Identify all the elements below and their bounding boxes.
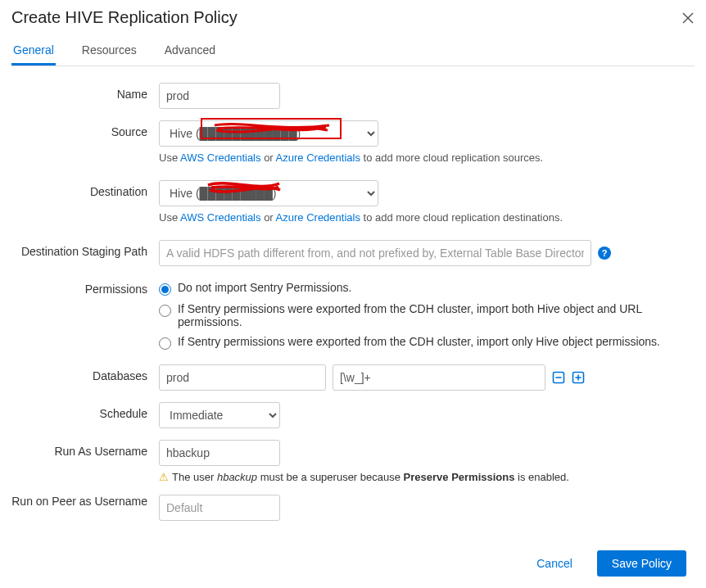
staging-path-input[interactable]	[159, 240, 591, 266]
label-source: Source	[11, 120, 159, 138]
row-schedule: Schedule Immediate	[11, 402, 695, 428]
label-databases: Databases	[11, 364, 159, 382]
permission-option-1[interactable]: If Sentry permissions were exported from…	[159, 299, 695, 332]
tab-advanced[interactable]: Advanced	[163, 37, 217, 66]
database-name-input[interactable]	[159, 364, 326, 391]
radio-no-import[interactable]	[159, 283, 171, 296]
close-icon[interactable]	[681, 11, 695, 25]
tab-general[interactable]: General	[11, 37, 56, 66]
run-as-input[interactable]	[159, 440, 280, 466]
label-run-on-peer: Run on Peer as Username	[11, 495, 159, 508]
schedule-select[interactable]: Immediate	[159, 402, 280, 428]
permission-option-0[interactable]: Do not import Sentry Permissions.	[159, 278, 695, 299]
run-as-warning: ⚠ The user hbackup must be a superuser b…	[159, 471, 695, 483]
radio-import-hive-only[interactable]	[159, 337, 171, 350]
add-database-icon[interactable]	[572, 371, 585, 384]
label-run-as: Run As Username	[11, 440, 159, 458]
label-permissions: Permissions	[11, 278, 159, 296]
link-azure-credentials[interactable]: Azure Credentials	[276, 211, 360, 224]
permission-option-2[interactable]: If Sentry permissions were exported from…	[159, 332, 695, 353]
remove-database-icon[interactable]	[552, 371, 565, 384]
row-staging-path: Destination Staging Path ?	[11, 240, 695, 266]
destination-hint: Use AWS Credentials or Azure Credentials…	[159, 211, 695, 224]
link-aws-credentials[interactable]: AWS Credentials	[180, 211, 261, 224]
dialog-title: Create HIVE Replication Policy	[11, 8, 238, 27]
row-destination: Destination Hive (█████████) Use AWS Cre…	[11, 180, 695, 224]
row-run-as: Run As Username ⚠ The user hbackup must …	[11, 440, 695, 483]
cancel-button[interactable]: Cancel	[522, 550, 587, 577]
radio-import-both[interactable]	[159, 305, 171, 317]
label-destination: Destination	[11, 180, 159, 198]
label-staging-path: Destination Staging Path	[11, 240, 159, 258]
source-select[interactable]: Hive (████████████)	[159, 120, 378, 147]
destination-select[interactable]: Hive (█████████)	[159, 180, 378, 206]
help-icon[interactable]: ?	[598, 247, 611, 260]
run-on-peer-input[interactable]	[159, 495, 280, 521]
save-button[interactable]: Save Policy	[597, 550, 686, 577]
row-source: Source Hive (████████████) Use AWS Crede…	[11, 120, 695, 164]
label-name: Name	[11, 83, 159, 101]
label-schedule: Schedule	[11, 402, 159, 420]
name-input[interactable]	[159, 83, 280, 109]
source-hint: Use AWS Credentials or Azure Credentials…	[159, 152, 695, 164]
row-name: Name	[11, 83, 695, 109]
warning-icon: ⚠	[159, 471, 169, 483]
dialog-footer: Cancel Save Policy	[11, 550, 695, 577]
database-pattern-input[interactable]	[333, 364, 545, 391]
row-permissions: Permissions Do not import Sentry Permiss…	[11, 278, 695, 353]
dialog-header: Create HIVE Replication Policy	[11, 8, 695, 27]
tabs: General Resources Advanced	[11, 37, 695, 66]
row-databases: Databases	[11, 364, 695, 391]
tab-resources[interactable]: Resources	[80, 37, 138, 66]
link-azure-credentials[interactable]: Azure Credentials	[276, 152, 360, 164]
link-aws-credentials[interactable]: AWS Credentials	[180, 152, 261, 164]
row-run-on-peer: Run on Peer as Username	[11, 495, 695, 521]
